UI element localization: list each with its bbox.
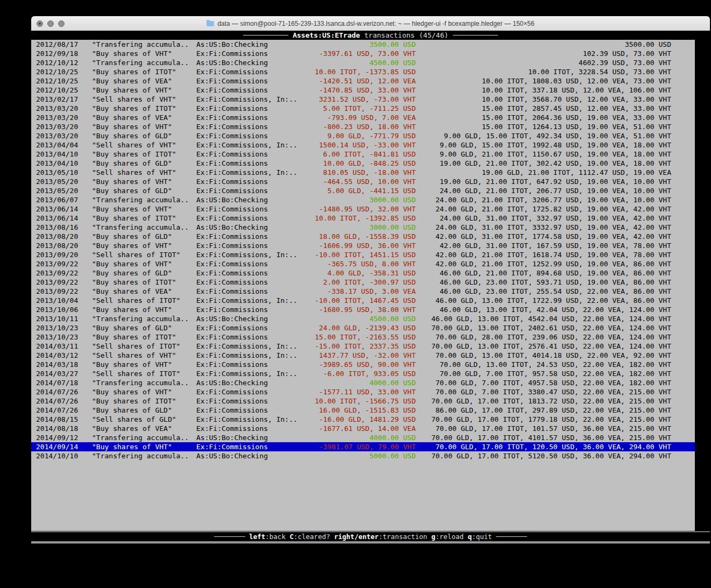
row-amount: -1470.85 USD, 33.00 VHT [304, 86, 416, 95]
zoom-button-icon[interactable] [58, 20, 65, 27]
register-row[interactable]: 2012/09/18"Buy shares of VHT"Ex:Fi:Commi… [31, 49, 695, 58]
row-amount: 4000.00 USD [304, 378, 416, 387]
row-description: "Buy shares of VHT" [92, 204, 196, 214]
row-description: "Transfering accumula.. [92, 433, 196, 442]
row-amount: -338.17 USD, 3.00 VEA [304, 287, 416, 296]
footer-action: :back [265, 533, 286, 541]
row-other-accounts: Ex:Fi:Commissions [196, 131, 304, 140]
row-amount: 5.00 GLD, -441.15 USD [304, 186, 416, 195]
register-row[interactable]: 2014/03/12"Sell shares of VHT"Ex:Fi:Comm… [31, 351, 695, 360]
register-row[interactable]: 2014/03/27"Sell shares of ITOT"Ex:Fi:Com… [31, 369, 695, 378]
row-date: 2012/10/25 [36, 76, 92, 86]
register-row[interactable]: 2013/06/07"Transfering accumula..As:US:B… [31, 195, 695, 204]
register-row[interactable]: 2014/03/11"Sell shares of ITOT"Ex:Fi:Com… [31, 342, 695, 351]
row-amount: 3000.00 USD [304, 223, 416, 232]
register-row[interactable]: 2014/08/18"Buy shares of VEA"Ex:Fi:Commi… [31, 424, 695, 433]
register-row[interactable]: 2013/09/22"Buy shares of VHT"Ex:Fi:Commi… [31, 259, 695, 268]
register-row[interactable]: 2013/06/14"Buy shares of ITOT"Ex:Fi:Comm… [31, 214, 695, 223]
row-balance: 3500.00 USD [416, 40, 695, 49]
register-row[interactable]: 2014/09/12"Transfering accumula..As:US:B… [31, 433, 695, 442]
close-button-icon[interactable] [37, 20, 43, 27]
row-date: 2013/06/07 [36, 195, 92, 204]
row-other-accounts: Ex:Fi:Commissions [196, 424, 304, 433]
register-row[interactable]: 2013/03/20"Buy shares of ITOT"Ex:Fi:Comm… [31, 104, 695, 113]
row-description: "Transfering accumula.. [92, 58, 196, 67]
row-description: "Buy shares of GLD" [92, 323, 196, 332]
row-description: "Sell shares of ITOT" [92, 250, 196, 259]
register-row[interactable]: 2014/07/26"Buy shares of ITOT"Ex:Fi:Comm… [31, 396, 695, 406]
row-date: 2014/07/26 [36, 387, 92, 396]
row-description: "Transfering accumula.. [92, 40, 196, 49]
row-date: 2014/10/10 [36, 451, 92, 461]
row-balance: 10.00 ITOT, 1808.03 USD, 12.00 VEA, 73.0… [416, 76, 695, 86]
row-other-accounts: Ex:Fi:Commissions, In:.. [196, 342, 304, 351]
register-row[interactable]: 2012/10/12"Transfering accumula..As:US:B… [31, 58, 695, 67]
row-date: 2012/08/17 [36, 40, 92, 49]
row-other-accounts: Ex:Fi:Commissions, In:.. [196, 140, 304, 150]
register-row[interactable]: 2013/04/10"Buy shares of GLD"Ex:Fi:Commi… [31, 159, 695, 168]
row-description: "Buy shares of ITOT" [92, 150, 196, 159]
row-date: 2013/10/23 [36, 332, 92, 342]
register-row[interactable]: 2012/10/25"Buy shares of ITOT"Ex:Fi:Comm… [31, 67, 695, 76]
register-row[interactable]: 2013/10/06"Buy shares of VHT"Ex:Fi:Commi… [31, 305, 695, 314]
row-date: 2013/09/22 [36, 278, 92, 287]
row-balance: 70.00 GLD, 13.00 ITOT, 2402.61 USD, 22.0… [416, 323, 695, 332]
register-row[interactable]: 2013/10/04"Sell shares of ITOT"Ex:Fi:Com… [31, 296, 695, 305]
register-row[interactable]: 2014/08/15"Sell shares of GLD"Ex:Fi:Comm… [31, 415, 695, 424]
register-row[interactable]: 2013/03/20"Buy shares of GLD"Ex:Fi:Commi… [31, 131, 695, 140]
row-other-accounts: Ex:Fi:Commissions [196, 113, 304, 122]
keybinding-footer-bar: left:back C:cleared? right/enter:transac… [31, 531, 710, 542]
register-row[interactable]: 2012/10/25"Buy shares of VHT"Ex:Fi:Commi… [31, 86, 695, 95]
register-row[interactable]: 2013/04/04"Sell shares of VHT"Ex:Fi:Comm… [31, 140, 695, 150]
register-row[interactable]: 2013/08/16"Transfering accumula..As:US:B… [31, 223, 695, 232]
register-row[interactable]: 2013/03/20"Buy shares of VHT"Ex:Fi:Commi… [31, 122, 695, 131]
row-amount: 1500.14 USD, -33.00 VHT [304, 140, 416, 150]
row-amount: 1437.77 USD, -32.00 VHT [304, 351, 416, 360]
register-row[interactable]: 2012/10/25"Buy shares of VEA"Ex:Fi:Commi… [31, 76, 695, 86]
register-row[interactable]: 2014/03/18"Buy shares of VHT"Ex:Fi:Commi… [31, 360, 695, 369]
row-balance: 24.00 GLD, 21.00 ITOT, 1725.82 USD, 19.0… [416, 204, 695, 214]
footer-key: left [249, 533, 265, 541]
register-row[interactable]: 2013/03/20"Buy shares of VEA"Ex:Fi:Commi… [31, 113, 695, 122]
row-amount: -1680.95 USD, 38.00 VHT [304, 305, 416, 314]
register-row[interactable]: 2013/04/10"Buy shares of ITOT"Ex:Fi:Comm… [31, 150, 695, 159]
register-row[interactable]: 2013/08/20"Buy shares of GLD"Ex:Fi:Commi… [31, 232, 695, 241]
register-row[interactable]: 2013/09/22"Buy shares of VEA"Ex:Fi:Commi… [31, 287, 695, 296]
register-row[interactable]: 2014/07/26"Buy shares of GLD"Ex:Fi:Commi… [31, 406, 695, 415]
window-bottom-edge [31, 542, 710, 543]
register-row[interactable]: 2014/10/10"Transfering accumula..As:US:B… [31, 451, 695, 461]
register-row[interactable]: 2014/07/18"Transfering accumula..As:US:B… [31, 378, 695, 387]
row-balance: 19.00 GLD, 21.00 ITOT, 302.42 USD, 19.00… [416, 159, 695, 168]
row-other-accounts: Ex:Fi:Commissions [196, 76, 304, 86]
row-other-accounts: Ex:Fi:Commissions [196, 287, 304, 296]
row-date: 2013/08/20 [36, 241, 92, 250]
register-header-bar: Assets:US:ETrade transactions (45/46) [31, 31, 710, 40]
register-row[interactable]: 2013/05/20"Buy shares of VHT"Ex:Fi:Commi… [31, 177, 695, 186]
register-row[interactable]: 2013/10/11"Transfering accumula..As:US:B… [31, 314, 695, 323]
register-row[interactable]: 2012/08/17"Transfering accumula..As:US:B… [31, 40, 695, 49]
register-row[interactable]: 2013/10/23"Buy shares of ITOT"Ex:Fi:Comm… [31, 332, 695, 342]
footer-action: :quit [472, 533, 492, 541]
row-date: 2014/07/26 [36, 396, 92, 406]
register-row[interactable]: 2013/02/17"Sell shares of VHT"Ex:Fi:Comm… [31, 95, 695, 104]
register-row[interactable]: 2013/06/14"Buy shares of VHT"Ex:Fi:Commi… [31, 204, 695, 214]
register-row[interactable]: 2013/09/20"Sell shares of ITOT"Ex:Fi:Com… [31, 250, 695, 259]
register-row[interactable]: 2013/05/10"Sell shares of VHT"Ex:Fi:Comm… [31, 168, 695, 177]
row-date: 2013/04/04 [36, 140, 92, 150]
register-row[interactable]: 2013/09/22"Buy shares of GLD"Ex:Fi:Commi… [31, 268, 695, 278]
row-amount: 10.00 GLD, -848.25 USD [304, 159, 416, 168]
register-row[interactable]: 2013/08/20"Buy shares of VHT"Ex:Fi:Commi… [31, 241, 695, 250]
row-other-accounts: Ex:Fi:Commissions, In:.. [196, 250, 304, 259]
row-description: "Buy shares of VHT" [92, 360, 196, 369]
register-row[interactable]: 2013/09/22"Buy shares of ITOT"Ex:Fi:Comm… [31, 278, 695, 287]
minimize-button-icon[interactable] [47, 20, 54, 27]
row-description: "Buy shares of GLD" [92, 268, 196, 278]
register-row[interactable]: 2013/05/20"Buy shares of GLD"Ex:Fi:Commi… [31, 186, 695, 195]
register-row-selected[interactable]: 2014/09/14"Buy shares of VHT"Ex:Fi:Commi… [31, 442, 695, 451]
row-other-accounts: Ex:Fi:Commissions [196, 122, 304, 131]
register-row[interactable]: 2014/07/26"Buy shares of VHT"Ex:Fi:Commi… [31, 387, 695, 396]
row-amount: -1677.61 USD, 14.00 VEA [304, 424, 416, 433]
row-date: 2012/10/25 [36, 67, 92, 76]
register-row[interactable]: 2013/10/23"Buy shares of GLD"Ex:Fi:Commi… [31, 323, 695, 332]
row-other-accounts: As:US:Bo:Checking [196, 40, 304, 49]
